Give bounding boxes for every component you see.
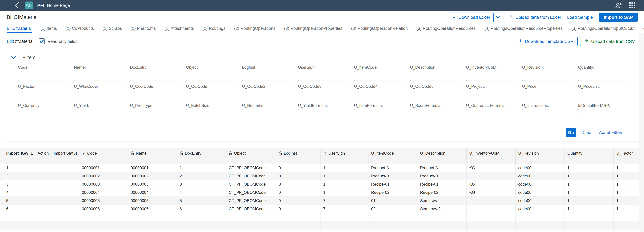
readonly-fields-checkbox[interactable] xyxy=(39,38,45,44)
filter-input-isdefaultformrp[interactable] xyxy=(578,109,630,119)
filter-input-u-inventoryuom[interactable] xyxy=(466,71,518,81)
table-row[interactable]: 200000002000000022CT_PF_OBOMCode01Produc… xyxy=(0,172,639,180)
column-header-u-inventoryuom[interactable]: U_InventoryUoM xyxy=(466,148,516,164)
cell-quantity xyxy=(565,221,614,229)
filter-input-u-yieldformula[interactable] xyxy=(298,109,349,119)
column-header-u-description[interactable]: U_Description xyxy=(418,148,466,164)
column-header-quantity[interactable]: Quantity xyxy=(565,148,614,164)
filter-input-u-factor[interactable] xyxy=(18,90,69,100)
cell-usersign xyxy=(320,213,368,221)
filter-input-u-yield[interactable] xyxy=(74,109,125,119)
column-header-loginst[interactable]: LogInst xyxy=(276,148,320,164)
filter-input-name[interactable] xyxy=(74,71,125,81)
column-header-u-itemcode[interactable]: U_ItemCode xyxy=(368,148,418,164)
download-excel-menu-button[interactable] xyxy=(494,13,502,22)
filter-input-u-price[interactable] xyxy=(522,90,574,100)
table-empty-row[interactable] xyxy=(0,213,639,221)
filter-field-u-project: U_Project: xyxy=(466,84,518,100)
column-header-docentry[interactable]: DocEntry xyxy=(177,148,226,164)
load-sample-button[interactable]: Load Sample xyxy=(567,15,593,20)
tab-billofmaterial[interactable]: BillOfMaterial xyxy=(7,24,32,33)
cell-action xyxy=(35,164,51,172)
back-icon[interactable] xyxy=(15,2,19,8)
filter-input-u-batchsize[interactable] xyxy=(186,109,237,119)
table-row[interactable]: 300000003000000033CT_PF_OBOMCode01Recipe… xyxy=(0,180,639,189)
tab--1-scraps[interactable]: (1) Scraps xyxy=(102,24,122,33)
filter-label-u-batchsize: U_BatchSize: xyxy=(186,103,237,108)
upload-data-from-excel-button[interactable]: Upload data from Excel xyxy=(509,15,561,20)
tab--3-routingoperationresources[interactable]: (3) RoutingOperationResources xyxy=(416,24,476,33)
cell-quantity xyxy=(565,213,614,221)
table-row[interactable]: 100000001000000011CT_PF_OBOMCode01Produc… xyxy=(0,164,639,172)
filter-input-u-currency[interactable] xyxy=(18,109,69,119)
column-header-u-revision[interactable]: U_Revision xyxy=(516,148,565,164)
tab--3-routingsoperationrelation[interactable]: (3) RoutingsOperationRelation xyxy=(351,24,408,33)
filter-input-u-itemformula[interactable] xyxy=(354,109,405,119)
tab--1-attachments[interactable]: (1) Attachments xyxy=(164,24,194,33)
filter-input-u-instructions[interactable] xyxy=(522,109,574,119)
import-to-sap-button[interactable]: Import to SAP xyxy=(599,12,638,22)
column-header-object[interactable]: Object xyxy=(226,148,276,164)
tab--1-routings[interactable]: (1) Routings xyxy=(202,24,226,33)
tab--1-items[interactable]: (1) Items xyxy=(40,24,57,33)
vertical-scrollbar[interactable] xyxy=(639,33,644,232)
app-logo[interactable]: AE xyxy=(25,1,33,9)
cell-name: 00000003 xyxy=(128,180,177,188)
filter-input-loginst[interactable] xyxy=(242,71,293,81)
filter-input-quantity[interactable] xyxy=(578,71,630,81)
column-header-name[interactable]: Name xyxy=(128,148,177,164)
filter-input-docentry[interactable] xyxy=(130,71,181,81)
filter-input-code[interactable] xyxy=(18,71,69,81)
filter-input-u-ocrcode5[interactable] xyxy=(410,90,461,100)
app-grid-icon[interactable] xyxy=(629,2,636,9)
adapt-filters-button[interactable]: Adapt Filters xyxy=(599,130,623,135)
tab--4-routingsoperationresourceproperties[interactable]: (4) RoutingsOperationResourceProperties xyxy=(484,24,563,33)
clear-button[interactable]: Clear xyxy=(582,130,593,135)
filter-input-u-ocrcode3[interactable] xyxy=(298,90,349,100)
filter-input-u-description[interactable] xyxy=(410,71,461,81)
filter-input-u-itemcode[interactable] xyxy=(354,71,405,81)
column-header-import-key-1[interactable]: Import_Key_1 xyxy=(0,148,35,164)
column-header-usersign[interactable]: UserSign xyxy=(320,148,368,164)
filter-input-u-pricelist[interactable] xyxy=(578,90,630,100)
go-button[interactable]: Go xyxy=(566,128,576,137)
filter-input-u-remarks[interactable] xyxy=(242,109,293,119)
column-header-import-status[interactable]: Import Status xyxy=(51,148,79,164)
cell-quantity: 1 xyxy=(565,189,614,197)
filter-input-u-coproductformula[interactable] xyxy=(466,109,518,119)
download-template-csv-button[interactable]: Download Template CSV xyxy=(514,37,578,46)
column-header-u-factor[interactable]: U_Factor xyxy=(614,148,639,164)
filter-input-u-occrcode[interactable] xyxy=(130,90,181,100)
tab--3-routingoperationproperties[interactable]: (3) RoutingOperationProperties xyxy=(284,24,342,33)
filter-input-u-ocrcode[interactable] xyxy=(186,90,237,100)
filter-label-u-revision: U_Revision: xyxy=(522,65,574,70)
cell-name xyxy=(128,221,177,229)
table-row[interactable]: 400000004000000044CT_PF_OBOMCode01Recipe… xyxy=(0,189,639,197)
filter-input-usersign[interactable] xyxy=(298,71,349,81)
download-excel-button[interactable]: Download Excel xyxy=(448,13,494,22)
filter-input-u-prodtype[interactable] xyxy=(130,109,181,119)
user-settings-icon[interactable] xyxy=(615,2,622,9)
table-empty-row[interactable] xyxy=(0,221,639,230)
table-row[interactable]: 600000006000000066CT_PF_OBOMCode0702Semi… xyxy=(0,205,639,213)
column-header-action[interactable]: Action xyxy=(35,148,51,164)
filter-input-object[interactable] xyxy=(186,71,237,81)
filter-input-u-project[interactable] xyxy=(466,90,518,100)
filter-input-u-scrapformula[interactable] xyxy=(410,109,461,119)
tab--3-routingsoperationinputoutput[interactable]: (3) RoutingsOperationInputOutput xyxy=(572,24,634,33)
tab--2-routingoperations[interactable]: (2) RoutingOperations xyxy=(234,24,276,33)
table-empty-row[interactable] xyxy=(0,230,639,232)
filter-input-u-revision[interactable] xyxy=(522,71,574,81)
cell-object xyxy=(226,213,276,221)
filter-input-u-ocrcode2[interactable] xyxy=(242,90,293,100)
table-row[interactable]: 500000005000000055CT_PF_OBOMCode0701Semi… xyxy=(0,197,639,205)
filters-panel-header[interactable]: Filters xyxy=(5,50,639,60)
tab--1-coproducts[interactable]: (1) CoProducts xyxy=(66,24,94,33)
tab--4-routingsoperationinputoutputproperties[interactable]: (4) RoutingsOperationInputOutputProperti… xyxy=(643,24,644,33)
upload-data-from-csv-button[interactable]: Upload data from CSV xyxy=(580,37,639,46)
filter-input-u-ocrcode4[interactable] xyxy=(354,90,405,100)
filter-input-u-whscode[interactable] xyxy=(74,90,125,100)
cell-action xyxy=(35,221,51,229)
column-header-code[interactable]: Code xyxy=(79,148,128,164)
tab--1-phantoms[interactable]: (1) Phantoms xyxy=(131,24,156,33)
